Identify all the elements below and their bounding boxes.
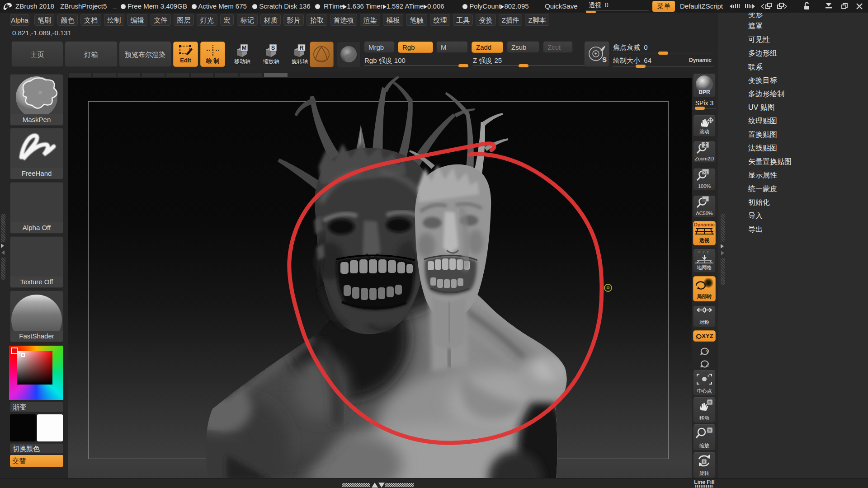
svg-text:S: S (271, 44, 275, 51)
svg-text:M: M (242, 44, 247, 51)
svg-text:BPR: BPR (698, 89, 710, 95)
svg-text:x1: x1 (703, 170, 708, 174)
svg-text:Z: Z (706, 362, 709, 367)
svg-text:Y: Y (706, 349, 709, 355)
svg-text:S: S (602, 56, 607, 63)
svg-text:R: R (299, 44, 304, 51)
